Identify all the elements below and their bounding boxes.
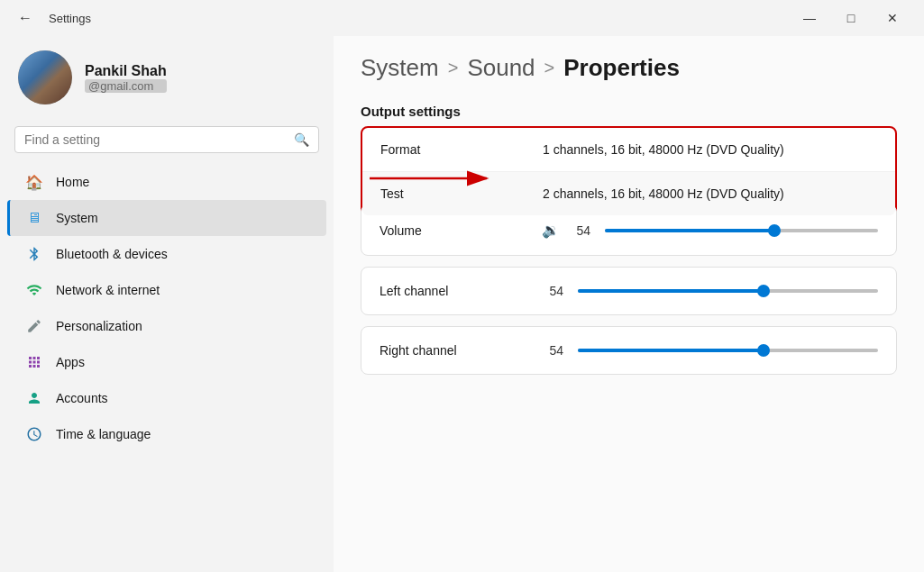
minimize-button[interactable]: — — [789, 4, 830, 32]
sidebar-label-apps: Apps — [56, 355, 85, 369]
right-channel-row: Right channel 54 — [361, 327, 896, 374]
user-name: Pankil Shah — [85, 63, 167, 79]
sidebar-item-apps[interactable]: Apps — [7, 344, 326, 380]
left-channel-value: 54 — [542, 284, 563, 298]
right-channel-thumb[interactable] — [757, 344, 770, 357]
format-option1: 1 channels, 16 bit, 48000 Hz (DVD Qualit… — [543, 142, 877, 157]
user-profile[interactable]: Pankil Shah @gmail.com — [0, 36, 334, 119]
format-card: Format 1 channels, 16 bit, 48000 Hz (DVD… — [361, 126, 897, 217]
volume-slider-fill — [605, 229, 774, 232]
search-input[interactable] — [24, 132, 287, 147]
sidebar-item-bluetooth[interactable]: Bluetooth & devices — [7, 236, 326, 272]
volume-icon: 🔉 — [542, 222, 560, 239]
sidebar-label-time: Time & language — [56, 427, 151, 441]
breadcrumb-sep1: > — [448, 58, 459, 78]
breadcrumb-sep2: > — [544, 58, 555, 78]
sidebar-label-home: Home — [56, 175, 89, 189]
sidebar-label-accounts: Accounts — [56, 391, 108, 405]
titlebar-left: ← Settings — [11, 4, 91, 32]
apps-icon — [25, 353, 43, 371]
left-channel-card: Left channel 54 — [361, 267, 897, 315]
sidebar-item-system[interactable]: 🖥 System — [7, 200, 326, 236]
back-button[interactable]: ← — [11, 4, 40, 32]
sidebar-label-bluetooth: Bluetooth & devices — [56, 247, 168, 261]
test-label: Test — [380, 186, 543, 201]
sidebar-item-time[interactable]: Time & language — [7, 416, 326, 452]
breadcrumb-system[interactable]: System — [361, 54, 439, 82]
search-box[interactable]: 🔍 — [14, 126, 319, 153]
personalization-icon — [25, 317, 43, 335]
sidebar-item-network[interactable]: Network & internet — [7, 272, 326, 308]
section-title: Output settings — [361, 104, 897, 119]
user-email: @gmail.com — [85, 79, 167, 93]
right-channel-controls: 54 — [542, 343, 878, 358]
test-row: Test 2 channels, 16 bit, 48000 Hz (DVD Q… — [362, 172, 895, 215]
time-icon — [25, 425, 43, 443]
right-channel-slider[interactable] — [578, 349, 878, 352]
left-channel-row: Left channel 54 — [361, 268, 896, 314]
volume-slider-thumb[interactable] — [768, 224, 781, 237]
avatar-image — [18, 50, 72, 104]
sidebar-item-accounts[interactable]: Accounts — [7, 380, 326, 416]
search-container: 🔍 — [0, 119, 334, 164]
window-controls: — □ ✕ — [789, 4, 913, 32]
sidebar: Pankil Shah @gmail.com 🔍 🏠 Home 🖥 System — [0, 36, 334, 572]
volume-value: 54 — [569, 223, 590, 238]
main-layout: Pankil Shah @gmail.com 🔍 🏠 Home 🖥 System — [0, 36, 924, 572]
right-channel-card: Right channel 54 — [361, 326, 897, 375]
home-icon: 🏠 — [25, 173, 43, 191]
content-area: System > Sound > Properties Output setti… — [334, 36, 924, 572]
search-icon: 🔍 — [294, 132, 309, 147]
right-channel-label: Right channel — [380, 343, 542, 358]
app-title: Settings — [49, 12, 91, 25]
left-channel-fill — [578, 289, 764, 293]
network-icon — [25, 281, 43, 299]
format-option2: 2 channels, 16 bit, 48000 Hz (DVD Qualit… — [543, 186, 877, 201]
left-channel-thumb[interactable] — [757, 285, 770, 297]
format-label: Format — [380, 142, 543, 157]
titlebar: ← Settings — □ ✕ — [0, 0, 924, 36]
left-channel-slider[interactable] — [578, 289, 878, 293]
left-channel-controls: 54 — [542, 284, 878, 298]
right-channel-fill — [578, 349, 764, 352]
sidebar-item-home[interactable]: 🏠 Home — [7, 164, 326, 200]
breadcrumb: System > Sound > Properties — [361, 54, 897, 82]
volume-controls: 🔉 54 — [542, 222, 878, 239]
left-channel-label: Left channel — [380, 284, 542, 298]
format-row: Format 1 channels, 16 bit, 48000 Hz (DVD… — [362, 128, 895, 172]
accounts-icon — [25, 389, 43, 407]
breadcrumb-properties: Properties — [563, 54, 680, 82]
sidebar-item-personalization[interactable]: Personalization — [7, 308, 326, 344]
bluetooth-icon — [25, 245, 43, 263]
avatar — [18, 50, 72, 104]
user-info: Pankil Shah @gmail.com — [85, 63, 167, 93]
volume-label: Volume — [380, 223, 542, 238]
sidebar-label-network: Network & internet — [56, 283, 160, 297]
sidebar-label-personalization: Personalization — [56, 319, 142, 333]
maximize-button[interactable]: □ — [830, 4, 872, 32]
sidebar-label-system: System — [56, 211, 98, 225]
breadcrumb-sound[interactable]: Sound — [467, 54, 535, 82]
close-button[interactable]: ✕ — [872, 4, 913, 32]
volume-slider[interactable] — [605, 229, 878, 232]
system-icon: 🖥 — [25, 209, 43, 227]
right-channel-value: 54 — [542, 343, 563, 358]
